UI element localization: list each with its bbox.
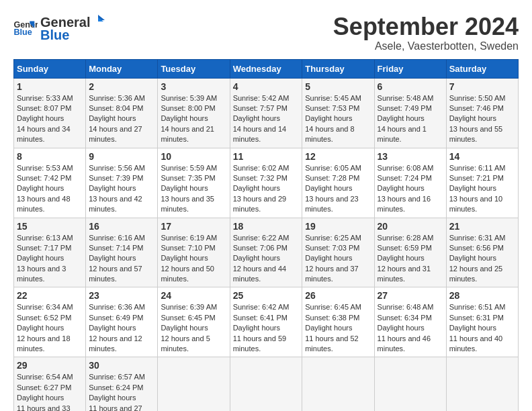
day-info: Sunrise: 6:39 AMSunset: 6:45 PMDaylight … <box>161 302 226 354</box>
day-header-thursday: Thursday <box>302 59 374 78</box>
day-number: 6 <box>378 81 443 92</box>
day-info: Sunrise: 6:54 AMSunset: 6:27 PMDaylight … <box>17 372 83 411</box>
day-info: Sunrise: 6:11 AMSunset: 7:21 PMDaylight … <box>449 163 515 215</box>
calendar-cell: 5Sunrise: 5:45 AMSunset: 7:53 PMDaylight… <box>302 78 374 148</box>
day-info: Sunrise: 6:45 AMSunset: 6:38 PMDaylight … <box>305 302 371 354</box>
calendar-cell: 1Sunrise: 5:33 AMSunset: 8:07 PMDaylight… <box>14 78 86 148</box>
day-info: Sunrise: 5:39 AMSunset: 8:00 PMDaylight … <box>161 93 226 145</box>
calendar-cell: 13Sunrise: 6:08 AMSunset: 7:24 PMDayligh… <box>374 148 446 218</box>
day-info: Sunrise: 6:19 AMSunset: 7:10 PMDaylight … <box>161 233 226 285</box>
week-row: 15Sunrise: 6:13 AMSunset: 7:17 PMDayligh… <box>14 218 519 287</box>
day-info: Sunrise: 5:33 AMSunset: 8:07 PMDaylight … <box>17 93 83 145</box>
calendar-cell <box>230 357 302 411</box>
day-number: 23 <box>89 290 154 301</box>
calendar-cell: 14Sunrise: 6:11 AMSunset: 7:21 PMDayligh… <box>446 148 518 218</box>
calendar-cell: 6Sunrise: 5:48 AMSunset: 7:49 PMDaylight… <box>374 78 446 148</box>
calendar-cell: 22Sunrise: 6:34 AMSunset: 6:52 PMDayligh… <box>14 287 86 357</box>
day-number: 13 <box>378 151 443 162</box>
day-info: Sunrise: 6:57 AMSunset: 6:24 PMDaylight … <box>89 372 154 411</box>
day-header-sunday: Sunday <box>14 59 86 78</box>
day-number: 4 <box>233 81 300 92</box>
calendar-cell: 26Sunrise: 6:45 AMSunset: 6:38 PMDayligh… <box>302 287 374 357</box>
day-number: 24 <box>161 290 226 301</box>
day-number: 29 <box>17 360 83 371</box>
calendar-cell: 29Sunrise: 6:54 AMSunset: 6:27 PMDayligh… <box>14 357 86 411</box>
day-header-saturday: Saturday <box>446 59 518 78</box>
calendar-cell: 8Sunrise: 5:53 AMSunset: 7:42 PMDaylight… <box>14 148 86 218</box>
day-header-friday: Friday <box>374 59 446 78</box>
day-number: 5 <box>305 81 371 92</box>
calendar-cell: 9Sunrise: 5:56 AMSunset: 7:39 PMDaylight… <box>86 148 158 218</box>
day-number: 26 <box>305 290 371 301</box>
day-info: Sunrise: 6:28 AMSunset: 6:59 PMDaylight … <box>378 233 443 285</box>
day-info: Sunrise: 6:34 AMSunset: 6:52 PMDaylight … <box>17 302 83 354</box>
day-number: 9 <box>89 151 154 162</box>
day-info: Sunrise: 5:56 AMSunset: 7:39 PMDaylight … <box>89 163 154 215</box>
calendar-cell <box>158 357 230 411</box>
calendar-cell: 19Sunrise: 6:25 AMSunset: 7:03 PMDayligh… <box>302 218 374 287</box>
day-info: Sunrise: 5:42 AMSunset: 7:57 PMDaylight … <box>233 93 300 145</box>
calendar-cell: 25Sunrise: 6:42 AMSunset: 6:41 PMDayligh… <box>230 287 302 357</box>
day-info: Sunrise: 6:02 AMSunset: 7:32 PMDaylight … <box>233 163 300 215</box>
day-info: Sunrise: 5:36 AMSunset: 8:04 PMDaylight … <box>89 93 154 145</box>
day-number: 25 <box>233 290 300 301</box>
calendar-cell: 4Sunrise: 5:42 AMSunset: 7:57 PMDaylight… <box>230 78 302 148</box>
day-number: 16 <box>89 221 154 232</box>
day-info: Sunrise: 5:45 AMSunset: 7:53 PMDaylight … <box>305 93 371 145</box>
calendar-cell: 24Sunrise: 6:39 AMSunset: 6:45 PMDayligh… <box>158 287 230 357</box>
day-info: Sunrise: 6:31 AMSunset: 6:56 PMDaylight … <box>449 233 515 285</box>
calendar-cell: 2Sunrise: 5:36 AMSunset: 8:04 PMDaylight… <box>86 78 158 148</box>
day-info: Sunrise: 6:05 AMSunset: 7:28 PMDaylight … <box>305 163 371 215</box>
day-info: Sunrise: 5:48 AMSunset: 7:49 PMDaylight … <box>378 93 443 145</box>
calendar-cell: 18Sunrise: 6:22 AMSunset: 7:06 PMDayligh… <box>230 218 302 287</box>
calendar-cell: 20Sunrise: 6:28 AMSunset: 6:59 PMDayligh… <box>374 218 446 287</box>
calendar-cell: 16Sunrise: 6:16 AMSunset: 7:14 PMDayligh… <box>86 218 158 287</box>
calendar-cell: 17Sunrise: 6:19 AMSunset: 7:10 PMDayligh… <box>158 218 230 287</box>
day-number: 30 <box>89 360 154 371</box>
calendar-cell: 30Sunrise: 6:57 AMSunset: 6:24 PMDayligh… <box>86 357 158 411</box>
calendar-cell: 28Sunrise: 6:51 AMSunset: 6:31 PMDayligh… <box>446 287 518 357</box>
calendar-cell: 7Sunrise: 5:50 AMSunset: 7:46 PMDaylight… <box>446 78 518 148</box>
day-number: 8 <box>17 151 83 162</box>
day-number: 20 <box>378 221 443 232</box>
day-info: Sunrise: 5:59 AMSunset: 7:35 PMDaylight … <box>161 163 226 215</box>
day-header-tuesday: Tuesday <box>158 59 230 78</box>
svg-text:Blue: Blue <box>14 28 32 37</box>
day-info: Sunrise: 6:25 AMSunset: 7:03 PMDaylight … <box>305 233 371 285</box>
day-number: 18 <box>233 221 300 232</box>
day-number: 27 <box>378 290 443 301</box>
day-number: 28 <box>449 290 515 301</box>
day-number: 1 <box>17 81 83 92</box>
day-info: Sunrise: 6:51 AMSunset: 6:31 PMDaylight … <box>449 302 515 354</box>
calendar-cell: 27Sunrise: 6:48 AMSunset: 6:34 PMDayligh… <box>374 287 446 357</box>
day-number: 19 <box>305 221 371 232</box>
day-info: Sunrise: 5:53 AMSunset: 7:42 PMDaylight … <box>17 163 83 215</box>
calendar-cell: 21Sunrise: 6:31 AMSunset: 6:56 PMDayligh… <box>446 218 518 287</box>
day-number: 10 <box>161 151 226 162</box>
calendar-cell <box>374 357 446 411</box>
calendar-cell <box>446 357 518 411</box>
calendar-cell: 10Sunrise: 5:59 AMSunset: 7:35 PMDayligh… <box>158 148 230 218</box>
week-row: 1Sunrise: 5:33 AMSunset: 8:07 PMDaylight… <box>14 78 519 148</box>
day-number: 7 <box>449 81 515 92</box>
day-number: 17 <box>161 221 226 232</box>
day-info: Sunrise: 5:50 AMSunset: 7:46 PMDaylight … <box>449 93 515 145</box>
day-header-monday: Monday <box>86 59 158 78</box>
title-area: September 2024 Asele, Vaesterbotten, Swe… <box>333 13 519 52</box>
day-number: 14 <box>449 151 515 162</box>
day-info: Sunrise: 6:48 AMSunset: 6:34 PMDaylight … <box>378 302 443 354</box>
day-info: Sunrise: 6:42 AMSunset: 6:41 PMDaylight … <box>233 302 300 354</box>
day-info: Sunrise: 6:13 AMSunset: 7:17 PMDaylight … <box>17 233 83 285</box>
day-info: Sunrise: 6:22 AMSunset: 7:06 PMDaylight … <box>233 233 300 285</box>
calendar-cell <box>302 357 374 411</box>
calendar-cell: 15Sunrise: 6:13 AMSunset: 7:17 PMDayligh… <box>14 218 86 287</box>
day-number: 21 <box>449 221 515 232</box>
day-header-wednesday: Wednesday <box>230 59 302 78</box>
week-row: 29Sunrise: 6:54 AMSunset: 6:27 PMDayligh… <box>14 357 519 411</box>
day-number: 3 <box>161 81 226 92</box>
day-number: 2 <box>89 81 154 92</box>
calendar-cell: 12Sunrise: 6:05 AMSunset: 7:28 PMDayligh… <box>302 148 374 218</box>
day-info: Sunrise: 6:08 AMSunset: 7:24 PMDaylight … <box>378 163 443 215</box>
day-info: Sunrise: 6:16 AMSunset: 7:14 PMDaylight … <box>89 233 154 285</box>
day-number: 22 <box>17 290 83 301</box>
